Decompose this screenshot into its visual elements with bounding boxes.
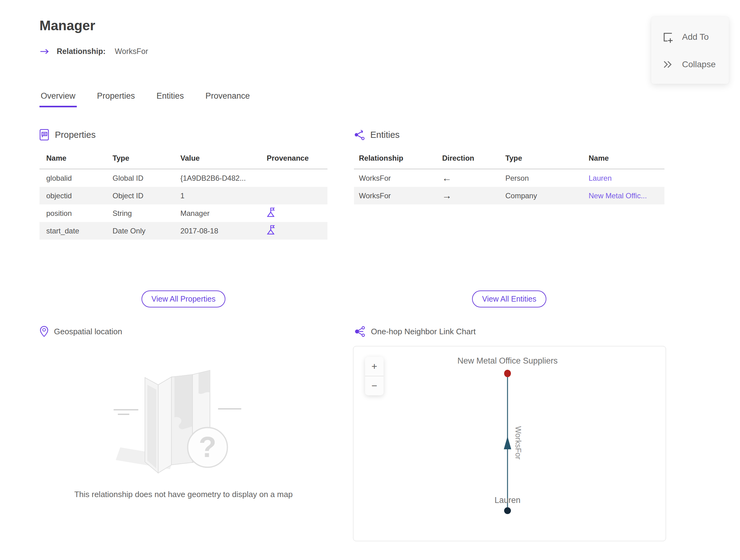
entity-name-link[interactable]: New Metal Offic... — [588, 191, 647, 200]
entity-name-link[interactable]: Lauren — [588, 174, 612, 182]
node-person[interactable] — [504, 507, 511, 514]
entities-section-title: Entities — [370, 130, 399, 140]
link-chart-graph: New Metal Office Suppliers WorksFor Laur… — [353, 346, 666, 541]
properties-col-type: Type — [106, 150, 174, 169]
view-all-properties-row: View All Properties — [39, 290, 328, 307]
properties-col-provenance: Provenance — [260, 150, 328, 169]
collapse-button[interactable]: Collapse — [651, 51, 729, 78]
properties-section-heading: Properties — [39, 129, 96, 141]
entity-direction: → — [437, 187, 500, 204]
property-value: Manager — [174, 204, 260, 222]
tab-entities[interactable]: Entities — [156, 91, 185, 107]
map-placeholder: ? — [39, 357, 328, 485]
table-row: objectid Object ID 1 — [39, 187, 328, 204]
view-all-entities-row: View All Entities — [354, 290, 664, 307]
property-value: 2017-08-18 — [174, 222, 260, 240]
property-name: globalid — [39, 169, 106, 187]
entity-relationship: WorksFor — [354, 169, 437, 187]
entities-section-heading: Entities — [354, 129, 399, 141]
relationship-detail-page: Manager Relationship: WorksFor Add To Co… — [0, 0, 740, 560]
property-name: objectid — [39, 187, 106, 204]
map-pin-icon — [39, 325, 49, 337]
properties-icon — [39, 129, 50, 141]
entity-type: Person — [500, 169, 584, 187]
properties-col-name: Name — [39, 150, 106, 169]
node-company[interactable] — [504, 370, 511, 377]
table-row: globalid Global ID {1A9DB2B6-D482... — [39, 169, 328, 187]
detail-tabs: Overview Properties Entities Provenance — [39, 91, 251, 107]
subtitle-value: WorksFor — [115, 47, 148, 56]
page-title: Manager — [39, 18, 95, 33]
svg-text:?: ? — [199, 431, 216, 463]
zoom-controls: + − — [365, 357, 384, 395]
node-label-bottom: Lauren — [494, 495, 521, 505]
entity-relationship: WorksFor — [354, 187, 437, 204]
properties-section-title: Properties — [55, 130, 96, 140]
table-row: WorksFor → Company New Metal Offic... — [354, 187, 664, 204]
floating-actions-panel: Add To Collapse — [651, 17, 729, 84]
table-row: WorksFor ← Person Lauren — [354, 169, 664, 187]
property-type: Global ID — [106, 169, 174, 187]
table-row: position String Manager — [39, 204, 328, 222]
property-value: 1 — [174, 187, 260, 204]
entities-col-type: Type — [500, 150, 584, 169]
entities-icon — [354, 129, 365, 141]
view-all-properties-button[interactable]: View All Properties — [142, 290, 225, 307]
relationship-subtitle: Relationship: WorksFor — [39, 47, 148, 56]
tab-provenance[interactable]: Provenance — [204, 91, 251, 107]
map-illustration: ? — [97, 357, 270, 483]
link-chart-section-title: One-hop Neighbor Link Chart — [371, 327, 476, 337]
geospatial-section-title: Geospatial location — [54, 327, 122, 337]
zoom-in-button[interactable]: + — [365, 357, 384, 376]
zoom-out-button[interactable]: − — [365, 376, 384, 395]
tab-properties[interactable]: Properties — [96, 91, 136, 107]
geospatial-empty-message: This relationship does not have geometry… — [39, 490, 328, 499]
property-name: start_date — [39, 222, 106, 240]
property-value: {1A9DB2B6-D482... — [174, 169, 260, 187]
property-name: position — [39, 204, 106, 222]
subtitle-label: Relationship: — [57, 47, 105, 56]
edge-arrowhead — [504, 436, 511, 449]
tab-overview[interactable]: Overview — [39, 91, 77, 107]
add-to-label: Add To — [682, 32, 709, 42]
entities-col-relationship: Relationship — [354, 150, 437, 169]
provenance-flag-icon[interactable] — [267, 225, 275, 235]
table-row: start_date Date Only 2017-08-18 — [39, 222, 328, 240]
geospatial-section-heading: Geospatial location — [39, 325, 122, 337]
relationship-arrow-icon — [39, 48, 50, 55]
link-chart-icon — [354, 325, 366, 337]
entities-table: Relationship Direction Type Name WorksFo… — [354, 150, 664, 204]
entities-col-name: Name — [584, 150, 664, 169]
collapse-label: Collapse — [682, 60, 716, 69]
edge-label: WorksFor — [514, 426, 523, 459]
link-chart-section-heading: One-hop Neighbor Link Chart — [354, 325, 476, 337]
provenance-flag-icon[interactable] — [267, 207, 275, 217]
collapse-icon — [662, 59, 674, 70]
entities-col-direction: Direction — [437, 150, 500, 169]
add-to-icon — [662, 31, 674, 43]
property-type: Object ID — [106, 187, 174, 204]
entity-type: Company — [500, 187, 584, 204]
property-type: Date Only — [106, 222, 174, 240]
add-to-button[interactable]: Add To — [651, 23, 729, 51]
node-label-top: New Metal Office Suppliers — [457, 356, 557, 365]
properties-col-value: Value — [174, 150, 260, 169]
property-type: String — [106, 204, 174, 222]
properties-table: Name Type Value Provenance globalid Glob… — [39, 150, 328, 240]
entity-direction: ← — [437, 169, 500, 187]
link-chart-panel[interactable]: New Metal Office Suppliers WorksFor Laur… — [353, 346, 666, 541]
view-all-entities-button[interactable]: View All Entities — [472, 290, 546, 307]
